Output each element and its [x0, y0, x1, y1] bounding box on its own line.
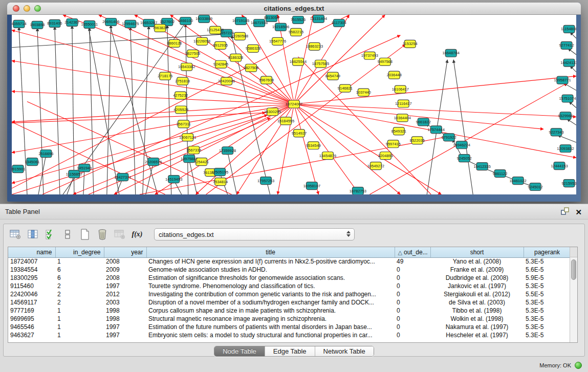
network-node[interactable]: 16648784 [443, 49, 460, 57]
column-header-in_degree[interactable]: in_degree [55, 247, 104, 257]
row-height-icon[interactable] [60, 227, 75, 242]
scrollbar-thumb[interactable] [571, 259, 576, 280]
network-node[interactable]: 2204893 [378, 152, 393, 160]
window-titlebar[interactable]: citations_edges.txt [7, 3, 581, 15]
table-row[interactable]: 2242004622012Investigating the contribut… [8, 290, 571, 298]
table-row[interactable]: 1872400712008Changes of HCN gene express… [8, 257, 571, 266]
network-node[interactable]: 15184555 [277, 117, 294, 125]
network-node[interactable]: 9146821 [338, 84, 353, 92]
table-selector-dropdown[interactable]: citations_edges.txt [154, 228, 355, 240]
column-header-pagerank[interactable]: pagerank [524, 247, 571, 257]
column-header-year[interactable]: year [104, 247, 146, 257]
network-node[interactable]: 13454876 [319, 152, 336, 160]
network-node[interactable]: 22420046 [218, 77, 235, 85]
close-panel-icon[interactable]: ✕ [575, 208, 582, 216]
network-node[interactable]: 16033809 [195, 15, 212, 23]
network-node[interactable]: 3915901 [12, 165, 26, 173]
citation-edge-black[interactable] [453, 60, 473, 194]
network-node[interactable]: 13427371 [114, 173, 131, 181]
network-node[interactable]: 8931406 [47, 19, 62, 27]
network-node[interactable]: 14671938 [251, 19, 268, 27]
network-node[interactable]: 3567333 [186, 146, 201, 154]
function-builder-icon[interactable]: f(x) [129, 227, 145, 242]
network-node[interactable]: 1037440 [356, 89, 371, 96]
show-columns-icon[interactable] [25, 227, 40, 242]
network-node[interactable]: 6791922 [442, 134, 456, 141]
network-node[interactable]: 16946224 [453, 141, 470, 149]
network-node[interactable]: 12444153 [551, 162, 568, 170]
citation-edge-red[interactable] [99, 15, 294, 104]
network-node[interactable]: 9329966 [558, 112, 573, 120]
delete-columns-icon[interactable] [95, 227, 110, 242]
network-node[interactable]: 9277412 [559, 41, 574, 49]
float-panel-icon[interactable] [561, 207, 569, 217]
network-node[interactable]: 11154808 [561, 25, 576, 33]
network-node[interactable]: 16543382 [178, 63, 195, 71]
network-node[interactable]: 4275232 [173, 92, 188, 99]
close-window-icon[interactable] [13, 5, 19, 12]
network-node[interactable]: 16106417 [392, 85, 409, 93]
network-node[interactable]: 16625544 [290, 58, 307, 65]
network-node[interactable]: 16412335 [474, 163, 491, 170]
network-node[interactable]: 17957253 [257, 177, 274, 185]
table-row[interactable]: 977716911998Corpus callosum shape and si… [8, 307, 571, 315]
network-node[interactable]: 2516696 [38, 150, 53, 158]
citation-edge-black[interactable] [107, 25, 111, 194]
citation-edge-red[interactable] [294, 104, 360, 194]
citation-edge-red[interactable] [89, 118, 271, 194]
select-rows-icon[interactable] [42, 227, 58, 242]
vertical-scrollbar[interactable] [570, 247, 577, 342]
network-canvas[interactable]: 4355714190385889314062142367165500112069… [12, 15, 576, 194]
network-node[interactable]: 9242845 [213, 60, 228, 68]
network-node[interactable]: 1451949 [77, 164, 92, 172]
network-node[interactable]: 15958771 [554, 76, 571, 84]
network-node[interactable]: 22260588 [231, 32, 248, 40]
column-header-title[interactable]: title [146, 247, 395, 257]
delete-table-icon[interactable] [112, 227, 127, 242]
network-node[interactable]: 9227343 [549, 128, 563, 136]
network-node[interactable]: 18863233 [306, 42, 323, 50]
network-node[interactable]: 15751074 [559, 95, 576, 102]
network-node[interactable]: 9597415 [386, 140, 401, 148]
citation-edge-black[interactable] [110, 25, 158, 194]
network-node[interactable]: 13067121 [179, 134, 196, 141]
network-node[interactable]: 9827508 [244, 64, 258, 72]
citation-edge-red[interactable] [298, 57, 431, 194]
network-node[interactable]: 16550011 [81, 20, 98, 28]
network-node[interactable]: 9245052 [457, 155, 472, 162]
table-row[interactable]: 1938455462009Genome-wide association stu… [8, 266, 571, 274]
network-node[interactable]: 9661822 [416, 118, 431, 126]
network-node[interactable]: 12093832 [557, 145, 574, 152]
table-row[interactable]: 969969511998Structural magnetic resonanc… [8, 315, 571, 323]
network-node[interactable]: 9534549 [306, 142, 321, 149]
network-node[interactable]: 8454749 [325, 72, 340, 80]
zoom-window-icon[interactable] [34, 5, 41, 12]
network-node[interactable]: 19737493 [361, 52, 378, 59]
tab-node-table[interactable]: Node Table [214, 346, 265, 356]
citation-edge-black[interactable] [55, 27, 60, 194]
network-node[interactable]: 8813054 [264, 15, 279, 21]
network-node[interactable]: 9586328 [246, 45, 260, 52]
network-node[interactable]: 10364404 [394, 114, 411, 122]
citation-edge-black[interactable] [72, 26, 74, 194]
table-row[interactable]: 946554611997Estimation of the future num… [8, 323, 571, 331]
network-node[interactable]: 1903858 [30, 21, 45, 29]
network-view[interactable]: 4355714190385889314062142367165500112069… [12, 15, 576, 194]
network-node[interactable]: 4205528 [173, 106, 188, 114]
citation-edge-black[interactable] [558, 135, 576, 142]
table-settings-icon[interactable] [8, 227, 23, 242]
network-node[interactable]: 17359928 [219, 147, 236, 155]
network-node[interactable]: 8186328 [228, 54, 243, 61]
create-column-icon[interactable] [77, 227, 93, 242]
network-node[interactable]: 18226058 [193, 37, 210, 45]
tab-edge-table[interactable]: Edge Table [265, 346, 315, 356]
column-header-name[interactable]: name [8, 247, 55, 257]
tab-network-table[interactable]: Network Table [315, 346, 374, 356]
column-header-out_de[interactable]: △out_de... [395, 247, 430, 257]
network-node[interactable]: 2718176 [158, 72, 172, 80]
network-node[interactable]: 14519493 [165, 176, 182, 183]
network-node[interactable]: 19218506 [272, 23, 289, 31]
citation-edge-red[interactable] [12, 113, 266, 123]
citation-edge-red[interactable] [63, 15, 294, 104]
network-node[interactable]: 9215953 [561, 180, 576, 187]
